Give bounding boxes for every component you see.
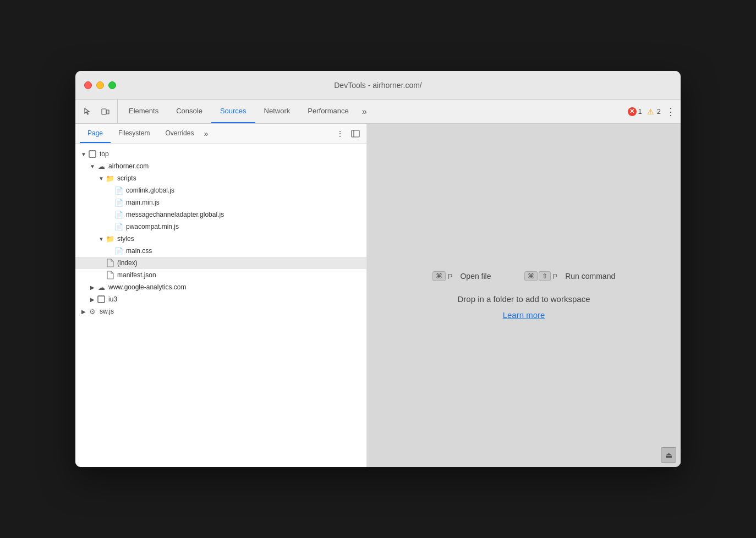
file-icon-pwacompat: 📄 — [114, 222, 124, 232]
main-tab-bar: Elements Console Sources Network Perform… — [75, 100, 681, 124]
svg-rect-2 — [352, 130, 359, 137]
arrow-iu3: ▶ — [89, 297, 96, 303]
shortcut-keys-open: ⌘ P — [432, 271, 454, 281]
bottom-right-area: ⏏ — [661, 447, 676, 463]
tree-item-top[interactable]: ▼ top — [75, 148, 366, 160]
tree-item-swjs[interactable]: ▶ ⚙ sw.js — [75, 305, 366, 317]
label-main-js: main.min.js — [126, 199, 160, 206]
tree-item-pwacompat[interactable]: 📄 pwacompat.min.js — [75, 221, 366, 233]
tree-item-maincss[interactable]: 📄 main.css — [75, 245, 366, 257]
toggle-panel-button[interactable] — [349, 127, 362, 140]
shortcut-run-command: ⌘ ⇧ P Run command — [524, 271, 616, 281]
tree-item-comlink[interactable]: 📄 comlink.global.js — [75, 184, 366, 196]
error-badge: ✕ 1 — [628, 107, 642, 116]
tab-network[interactable]: Network — [255, 100, 299, 123]
tree-item-message[interactable]: 📄 messagechanneladapter.global.js — [75, 208, 366, 221]
main-tabs: Elements Console Sources Network Perform… — [120, 100, 628, 123]
tab-console[interactable]: Console — [167, 100, 211, 123]
workspace-shortcuts: ⌘ P Open file ⌘ ⇧ P Run command — [432, 271, 615, 281]
workspace-content: ⌘ P Open file ⌘ ⇧ P Run command — [432, 271, 615, 320]
cloud-icon-airhorner: ☁ — [96, 161, 106, 171]
file-icon-manifest — [105, 270, 115, 280]
shortcut-label-run: Run command — [565, 272, 615, 281]
maximize-button[interactable] — [108, 81, 116, 89]
tab-more-button[interactable]: » — [358, 100, 371, 123]
arrow-scripts: ▼ — [97, 175, 105, 182]
arrow-airhorner: ▼ — [89, 163, 96, 169]
label-pwacompat: pwacompat.min.js — [126, 223, 179, 230]
tab-performance[interactable]: Performance — [299, 100, 357, 123]
label-index: (index) — [117, 259, 138, 267]
left-content-area: ▼ top ▼ ☁ airhorner.com — [75, 144, 366, 467]
tree-item-iu3[interactable]: ▶ iu3 — [75, 293, 366, 305]
title-bar: DevTools - airhorner.com/ — [75, 71, 681, 100]
sub-tab-filesystem[interactable]: Filesystem — [111, 124, 157, 143]
sub-tabs: Page Filesystem Overrides » — [80, 124, 210, 143]
eject-button[interactable]: ⏏ — [661, 447, 676, 463]
shortcut-label-open: Open file — [460, 272, 491, 281]
content-area: Page Filesystem Overrides » ⋮ — [75, 124, 681, 467]
arrow-swjs: ▶ — [80, 309, 87, 315]
folder-icon-styles: 📁 — [105, 234, 115, 244]
devtools-window: DevTools - airhorner.com/ Elements Conso… — [75, 71, 681, 467]
svg-rect-1 — [107, 110, 109, 114]
tree-item-scripts[interactable]: ▼ 📁 scripts — [75, 172, 366, 184]
left-panel: Page Filesystem Overrides » ⋮ — [75, 124, 367, 467]
frame-icon-iu3 — [96, 294, 106, 304]
tab-bar-right: ✕ 1 ⚠ 2 ⋮ — [628, 100, 676, 123]
file-icon-comlink: 📄 — [114, 185, 124, 195]
window-title: DevTools - airhorner.com/ — [334, 81, 422, 90]
close-button[interactable] — [84, 81, 92, 89]
sub-tab-page[interactable]: Page — [80, 124, 111, 143]
cmd-key2: ⌘ — [524, 271, 538, 281]
error-count: 1 — [638, 107, 642, 116]
label-google: www.google-analytics.com — [108, 283, 186, 291]
gear-icon-swjs: ⚙ — [87, 306, 97, 316]
tree-item-airhorner[interactable]: ▼ ☁ airhorner.com — [75, 160, 366, 172]
sub-tab-actions: ⋮ — [333, 127, 362, 140]
tree-item-styles[interactable]: ▼ 📁 styles — [75, 233, 366, 245]
tree-item-index[interactable]: (index) — [75, 257, 366, 269]
frame-icon-top — [87, 149, 97, 159]
tab-sources[interactable]: Sources — [211, 100, 255, 123]
folder-icon-scripts: 📁 — [105, 173, 115, 183]
tree-item-google[interactable]: ▶ ☁ www.google-analytics.com — [75, 281, 366, 293]
sub-tab-menu-button[interactable]: ⋮ — [333, 127, 347, 140]
arrow-top: ▼ — [80, 151, 87, 157]
tree-item-manifest[interactable]: manifest.json — [75, 269, 366, 281]
cloud-icon-google: ☁ — [96, 282, 106, 292]
arrow-styles: ▼ — [97, 236, 105, 242]
workspace-drop-text: Drop in a folder to add to workspace — [458, 294, 590, 304]
tree-item-main-js[interactable]: 📄 main.min.js — [75, 196, 366, 208]
label-scripts: scripts — [117, 174, 136, 182]
warning-count: 2 — [657, 107, 661, 116]
cmd-key: ⌘ — [432, 271, 446, 281]
sub-tab-more-button[interactable]: » — [201, 124, 210, 143]
learn-more-link[interactable]: Learn more — [503, 310, 545, 320]
svg-rect-0 — [102, 109, 106, 114]
shift-key: ⇧ — [539, 271, 551, 281]
label-styles: styles — [117, 235, 134, 243]
label-manifest: manifest.json — [117, 271, 156, 279]
label-comlink: comlink.global.js — [126, 186, 174, 194]
arrow-google: ▶ — [89, 284, 96, 290]
label-swjs: sw.js — [100, 308, 114, 315]
label-maincss: main.css — [126, 247, 152, 255]
label-message: messagechanneladapter.global.js — [126, 211, 224, 218]
label-iu3: iu3 — [108, 295, 117, 303]
more-options-button[interactable]: ⋮ — [665, 106, 676, 117]
traffic-lights — [84, 81, 116, 89]
tab-elements[interactable]: Elements — [120, 100, 167, 123]
svg-rect-5 — [98, 296, 105, 303]
sub-tab-overrides[interactable]: Overrides — [157, 124, 201, 143]
svg-rect-4 — [89, 151, 96, 157]
inspect-icon[interactable] — [80, 104, 95, 119]
shortcut-open-file: ⌘ P Open file — [432, 271, 491, 281]
file-tree[interactable]: ▼ top ▼ ☁ airhorner.com — [75, 144, 366, 322]
minimize-button[interactable] — [96, 81, 104, 89]
device-icon[interactable] — [97, 104, 113, 119]
file-icon-message: 📄 — [114, 210, 124, 219]
file-icon-index — [105, 258, 115, 268]
tab-bar-tools — [80, 100, 118, 123]
right-panel: ⌘ P Open file ⌘ ⇧ P Run command — [367, 124, 681, 467]
